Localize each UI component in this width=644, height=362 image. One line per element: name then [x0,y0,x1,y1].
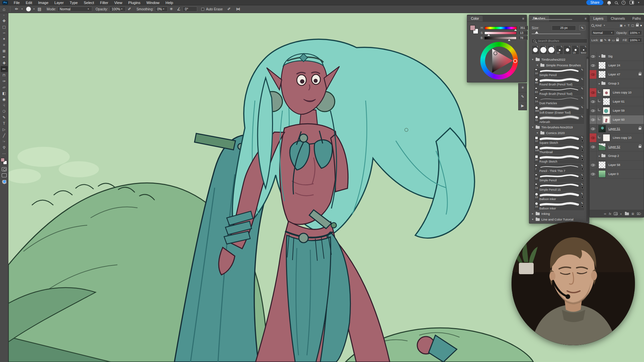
menu-item-help[interactable]: Help [163,1,176,5]
menu-item-window[interactable]: Window [143,1,162,5]
visibility-toggle[interactable] [590,142,597,151]
layer-name[interactable]: Layer 60 [613,118,625,121]
recent-brush-tile[interactable]: ✎ [540,45,547,55]
layer-thumbnail[interactable] [603,107,610,114]
menu-item-type[interactable]: Type [67,1,81,5]
color-wheel-triangle[interactable] [480,42,518,79]
smoothing-dropdown[interactable]: 0%▾ [155,6,168,12]
brush-preset[interactable]: 83 ✎ Rough Brush (Pencil Tool) [534,87,585,96]
brush-preset[interactable]: 7 ✎ Pencil - Think Thin 7 [534,164,585,173]
pencil-preset-icon[interactable]: ✏ [15,7,18,11]
layer-name[interactable]: Layer 52 [608,145,620,148]
pressure-size-icon[interactable]: ✐ [227,7,231,11]
layer-name[interactable]: Lines copy 10 [613,91,632,94]
visibility-toggle[interactable] [590,152,597,160]
visibility-toggle[interactable] [590,88,597,97]
workspace-switcher-icon[interactable] [630,1,634,4]
hue-ring-selector[interactable] [514,59,517,63]
adjustment-layer-icon[interactable]: ◐ [620,212,622,216]
visibility-toggle[interactable] [590,70,597,79]
chevron-down-icon[interactable]: ▾ [638,1,639,4]
lock-position-icon[interactable]: ✥ [608,39,611,42]
quick-mask-button[interactable] [2,167,7,171]
menu-item-edit[interactable]: Edit [23,1,35,5]
path-selection-tool[interactable]: ▷ [1,126,8,132]
home-icon[interactable]: ⌂ [3,7,5,11]
color-tab[interactable]: Color [467,16,483,21]
brush-preset[interactable]: 14... ✎ Dust Particles [534,96,585,106]
link-layers-icon[interactable]: ∞ [604,212,606,216]
paint-symmetry-icon[interactable]: ⋈ [236,7,240,11]
layer-row[interactable]: Lines copy 10 [590,88,644,97]
edit-toolbar-tool[interactable]: ⋯ [1,150,8,157]
layer-row[interactable]: Layer 60 [590,115,644,124]
brush-flip-icon[interactable]: ✎ [579,25,585,31]
toolbar-grip[interactable]: » [3,14,5,16]
hand-tool[interactable]: ☞ [1,138,8,144]
s-value-input[interactable]: 13 [518,31,528,35]
brush-folder[interactable]: ▸Inking [529,211,587,217]
menu-item-file[interactable]: File [11,1,23,5]
lock-pixels-icon[interactable]: ✎ [604,39,607,42]
new-group-icon[interactable] [625,213,629,215]
brush-preset[interactable]: 300 ✎ Soft Eraser (Eraser Tool) [534,106,585,115]
delete-layer-icon[interactable]: ⌦ [637,212,641,216]
s-slider[interactable] [484,32,517,35]
properties-panel-icon[interactable]: ✳ [519,83,527,93]
spot-healing-tool[interactable]: ✚ [1,60,8,66]
brushes-tab[interactable]: Brushes [529,16,549,21]
clone-stamp-tool[interactable]: ⊓ [1,72,8,78]
lasso-tool[interactable]: ∽ [1,30,8,36]
brush-preset[interactable]: 15 ✎ Balloon Inker [534,201,585,211]
expand-panel-arrow-icon[interactable]: ▶ [519,101,527,110]
line-tool[interactable]: ╱ [1,132,8,138]
layer-row[interactable]: Layer 24 [590,61,644,70]
smudge-tool[interactable]: ☟ [1,102,8,108]
visibility-toggle[interactable] [590,115,597,124]
help-icon[interactable]: ? [622,1,626,5]
visibility-toggle[interactable] [590,133,597,142]
share-button[interactable]: Share [586,0,603,5]
brush-folder[interactable]: ▾Simple Process Brushes [529,62,587,68]
layer-thumbnail[interactable] [598,170,606,178]
smart-object-filter-icon[interactable] [636,24,639,26]
notifications-bell-icon[interactable] [607,1,611,4]
brush-preset[interactable]: 10 ✎ Square Sketch [534,136,585,145]
layer-name[interactable]: Lines copy 10 [613,136,632,139]
brush-preset[interactable]: 15 ✎ Balloon Inker [534,192,585,201]
brush-size-slider[interactable] [532,34,581,34]
new-layer-icon[interactable]: ⊞ [632,212,634,216]
smoothing-gear-icon[interactable]: ✳ [170,7,173,11]
layer-effects-icon[interactable]: fx [609,212,611,216]
layer-name[interactable]: Group 2 [608,154,619,158]
layer-thumbnail[interactable] [603,89,610,96]
brush-preset[interactable]: 10 ✎ Simple Pencil [534,173,585,183]
group-chevron-icon[interactable]: ▾ [599,55,601,58]
lock-all-icon[interactable] [616,39,619,41]
layer-thumbnail[interactable] [603,134,610,141]
layer-row[interactable]: Layer 59 [590,106,644,115]
visibility-toggle[interactable] [590,61,597,70]
mode-dropdown[interactable]: Normal▾ [57,6,92,12]
layer-name[interactable]: Sig [608,55,612,58]
adjustment-layers-filter-icon[interactable]: ◐ [624,24,626,27]
type-layers-filter-icon[interactable]: T [628,24,630,27]
group-chevron-icon[interactable]: ▸ [599,155,601,158]
layer-thumbnail[interactable] [598,125,606,132]
visibility-toggle[interactable] [590,161,597,169]
menu-item-layer[interactable]: Layer [51,1,67,5]
panel-menu-icon[interactable]: ≡ [585,17,587,20]
layer-name[interactable]: Layer 51 [608,127,620,130]
shape-layers-filter-icon[interactable]: ▢ [631,24,634,27]
color-swatches[interactable] [1,158,8,165]
layer-fill-input[interactable]: 100%▾ [628,38,642,43]
tab-channels[interactable]: Channels [607,16,629,21]
layer-name[interactable]: Layer 58 [608,163,620,167]
eyedropper-tool[interactable]: ✒ [1,54,8,60]
brush-size-input[interactable]: 25 px [552,25,576,31]
move-tool[interactable]: ✥ [1,18,8,24]
brush-settings-panel-icon[interactable]: ✎ [519,93,527,102]
layer-row[interactable]: Layer 61 [590,97,644,106]
recent-brush-tile[interactable]: ✎ [548,45,555,55]
menu-item-view[interactable]: View [111,1,125,5]
